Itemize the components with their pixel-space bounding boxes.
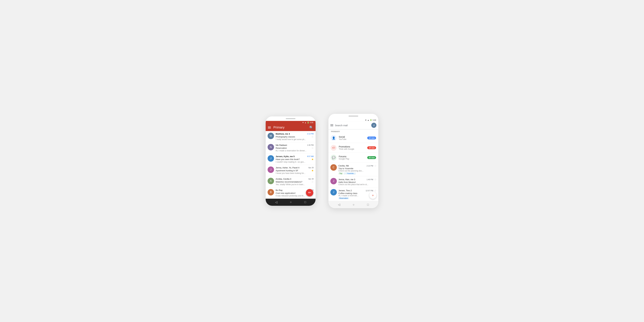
status-bar-1: ▼ ▲ 🔋 5:00 [266, 121, 316, 124]
email-header2-row-0: Cecilia, Nik 2:13 PM ☆ [338, 164, 376, 167]
search-icon-1[interactable]: 🔍 [309, 126, 313, 130]
signal-icon-2: ▲ [368, 119, 369, 121]
avatar-1: N [268, 144, 274, 150]
email-preview-1: Hi, I made a reservation for dinner... [276, 150, 314, 152]
email-item-0[interactable]: M Matthew, me 4 2:13 PM Photography clas… [266, 131, 316, 142]
status-bar-2: ▼ ▲ 🔋 5:00 [328, 118, 378, 122]
email-content-0: Matthew, me 4 2:13 PM Photography classe… [276, 133, 314, 140]
recents-button-1[interactable]: □ [304, 200, 306, 204]
cat-text-2: Forums Google Play [339, 155, 365, 160]
cat-sub-0: YouTube [339, 138, 365, 140]
cat-icon-1: 🏷 [331, 145, 336, 151]
email-content-4: Annika, Cecilia 3 Apr 28 Waterloo recomm… [276, 178, 314, 186]
time-label-1: 5:00 [310, 122, 313, 124]
section-label-primary: PRIMARY [328, 129, 378, 133]
back-button-1[interactable]: ◁ [275, 200, 278, 204]
star2-icon-1[interactable]: ☆ [374, 178, 376, 181]
star-icon-0[interactable]: ☆ [311, 135, 314, 138]
email-subject-2: Have you seen this book? [276, 158, 300, 160]
cat-text-0: Social YouTube [339, 136, 365, 140]
cat-badge-2: 25 new [367, 156, 376, 159]
cat-name-0: Social [339, 136, 365, 138]
phone-notch-1 [266, 116, 316, 121]
email-content2-0: Cecilia, Nik 2:13 PM ☆ Trip to Yosemite … [338, 164, 376, 174]
avatar-initials: J [373, 124, 374, 126]
star-icon-3[interactable]: ★ [311, 169, 314, 172]
email-preview2-1: Check out this place that we're st... [338, 184, 376, 186]
email-content-3: Jenna, Asher, Yo, Pavel 4 Apr 28 Apartme… [276, 166, 314, 174]
avatar-0: M [268, 133, 274, 139]
email-header-row-3: Jenna, Asher, Yo, Pavel 4 Apr 28 [276, 166, 314, 169]
compose-icon-2: ＋ [371, 193, 375, 198]
email-time2-0: 2:13 PM [366, 165, 373, 167]
email-item2-0[interactable]: C Cecilia, Nik 2:13 PM ☆ Trip to Yosemit… [328, 162, 378, 176]
wifi-icon-2: ▼ [365, 119, 367, 121]
star-icon-2[interactable]: ★ [311, 158, 314, 161]
tag-0: Trip [338, 172, 343, 174]
bottom-nav-2: ◁ ○ □ [328, 201, 378, 208]
status-icons-2: ▼ ▲ 🔋 5:00 [365, 119, 376, 121]
avatar-3: J [268, 166, 274, 173]
email-meta-row-4: Waterloo recommendations? ☆ [276, 180, 314, 184]
email-time-3: Apr 28 [308, 167, 314, 168]
compose-fab-1[interactable]: ✏ [306, 189, 313, 196]
hamburger-menu-1[interactable] [268, 126, 271, 128]
header-title-1: Primary [274, 126, 309, 129]
email-item-4[interactable]: A Annika, Cecilia 3 Apr 28 Waterloo reco… [266, 176, 316, 188]
email-time2-1: 1:40 PM [366, 178, 373, 180]
home-button-1[interactable]: ○ [290, 200, 292, 204]
recents-button-2[interactable]: □ [367, 203, 369, 206]
user-avatar-2[interactable]: J [371, 123, 376, 128]
email-sender-4: Annika, Cecilia 3 [276, 178, 291, 180]
phone-2: ▼ ▲ 🔋 5:00 Search mail J PRIMARY 👤 Socia… [328, 114, 378, 208]
search-input-2[interactable]: Search mail [335, 124, 370, 127]
home-button-2[interactable]: ○ [353, 203, 354, 206]
email-content2-1: Jenna, Alan, me 3 1:40 PM ☆ Hello from M… [338, 178, 376, 186]
email-subject2-1: Hello from Mexico! [338, 181, 376, 184]
email-header-row-4: Annika, Cecilia 3 Apr 28 [276, 178, 314, 180]
wifi-icon: ▼ [302, 122, 304, 124]
email-item-3[interactable]: J Jenna, Asher, Yo, Pavel 4 Apr 28 Apart… [266, 165, 316, 176]
compose-fab-2[interactable]: ＋ [369, 192, 376, 199]
cat-sub-2: Google Play [339, 158, 365, 160]
status-icons-1: ▼ ▲ 🔋 5:00 [302, 122, 313, 124]
email-sender2-2: Jeroen, Tino 2 [338, 189, 352, 192]
bottom-nav-1: ◁ ○ □ [266, 199, 316, 206]
star2-icon-2[interactable]: ☆ [374, 189, 376, 192]
star-icon-1[interactable]: ☆ [311, 146, 314, 150]
email-meta-row-0: Photography classes ☆ [276, 135, 314, 138]
cat-sub-1: Think with Google [339, 148, 365, 150]
category-item-0[interactable]: 👤 Social YouTube 12 new [328, 133, 378, 143]
email-subject-4: Waterloo recommendations? [276, 181, 302, 183]
star2-icon-0[interactable]: ☆ [374, 164, 376, 167]
email-sender-3: Jenna, Asher, Yo, Pavel 4 [276, 166, 299, 169]
email-preview-2: I couldn't stop reading it—so goo... [276, 161, 314, 163]
email-content-2: Jeroen, Kylie, me 5 8:57 AM Have you see… [276, 155, 314, 163]
email-preview-3: I know you have been looking for... [276, 172, 314, 174]
category-item-2[interactable]: 💬 Forums Google Play 25 new [328, 153, 378, 162]
email-header-row-0: Matthew, me 4 2:13 PM [276, 133, 314, 135]
cat-name-1: Promotions [339, 146, 365, 148]
email-item-2[interactable]: J Jeroen, Kylie, me 5 8:57 AM Have you s… [266, 154, 316, 165]
email-subject-5: Cool new application! [276, 192, 296, 194]
star-icon-4[interactable]: ☆ [311, 180, 314, 184]
email-time-0: 2:13 PM [307, 133, 314, 135]
search-bar-2[interactable]: Search mail J [328, 122, 378, 129]
email-meta-row-3: Apartment hunting in SF ★ [276, 169, 314, 172]
email-item-1[interactable]: N Nik Rabbani 1:40 PM Reservation ☆ Hi, … [266, 142, 316, 154]
email-sender2-0: Cecilia, Nik [338, 164, 349, 167]
email-meta-row-2: Have you seen this book? ★ [276, 158, 314, 161]
compose-icon-1: ✏ [308, 190, 311, 195]
cat-badge-0: 12 new [367, 136, 376, 140]
email-sender-0: Matthew, me 4 [276, 133, 290, 135]
cat-icon-0: 👤 [331, 135, 336, 141]
email-header2-row-2: Jeroen, Tino 2 12:57 PM ☆ [338, 189, 376, 192]
back-button-2[interactable]: ◁ [338, 203, 340, 206]
time-label-2: 5:00 [373, 119, 376, 121]
hamburger-menu-2[interactable] [330, 124, 333, 126]
email-sender-1: Nik Rabbani [276, 144, 287, 146]
email-tags-0: Trip📄 Yosemite... [338, 172, 376, 174]
email-item2-1[interactable]: J Jenna, Alan, me 3 1:40 PM ☆ Hello from… [328, 176, 378, 188]
email-subject-1: Reservation [276, 147, 287, 149]
category-item-1[interactable]: 🏷 Promotions Think with Google 18 new [328, 143, 378, 153]
